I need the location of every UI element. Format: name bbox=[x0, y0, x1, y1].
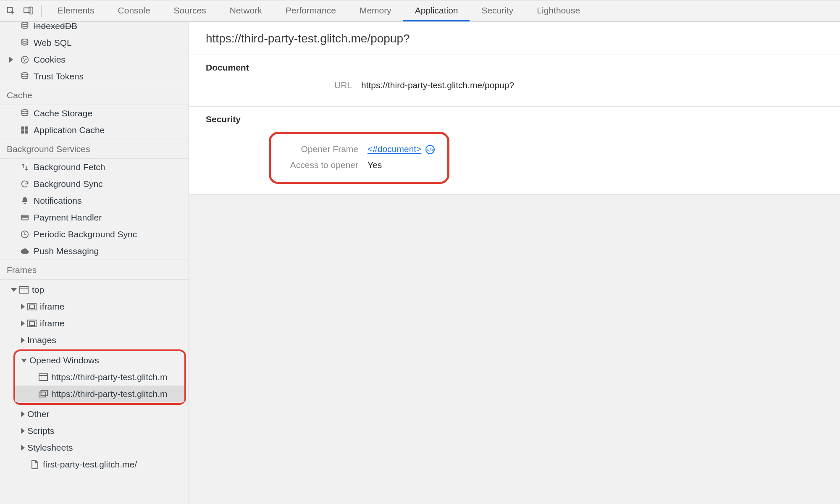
detail-title: https://third-party-test.glitch.me/popup… bbox=[189, 22, 840, 55]
sidebar-item-label: IndexedDB bbox=[34, 22, 77, 31]
tree-label: top bbox=[32, 285, 44, 295]
collapse-icon[interactable] bbox=[11, 288, 17, 292]
svg-rect-11 bbox=[21, 127, 24, 129]
frames-other[interactable]: Other bbox=[0, 406, 189, 423]
sidebar-item-trust-tokens[interactable]: Trust Tokens bbox=[0, 68, 189, 85]
sidebar-item-label: Cookies bbox=[34, 55, 66, 65]
svg-point-6 bbox=[23, 58, 24, 59]
frames-iframe-1[interactable]: iframe bbox=[0, 298, 189, 315]
frames-scripts[interactable]: Scripts bbox=[0, 423, 189, 439]
value-access-to-opener: Yes bbox=[368, 160, 382, 170]
svg-rect-14 bbox=[25, 131, 28, 133]
sidebar-item-cookies[interactable]: Cookies bbox=[0, 51, 189, 68]
sidebar-item-push-messaging[interactable]: Push Messaging bbox=[0, 243, 189, 260]
sidebar-item-websql[interactable]: Web SQL bbox=[0, 34, 189, 51]
tab-security[interactable]: Security bbox=[470, 0, 525, 21]
tab-performance[interactable]: Performance bbox=[274, 0, 348, 21]
svg-point-3 bbox=[22, 22, 28, 25]
expand-icon[interactable] bbox=[9, 57, 13, 63]
clock-icon bbox=[20, 230, 29, 239]
devtools-tabbar: Elements Console Sources Network Perform… bbox=[0, 0, 840, 22]
bell-icon bbox=[20, 196, 29, 205]
svg-rect-27 bbox=[41, 391, 48, 396]
label-opener-frame: Opener Frame bbox=[284, 144, 368, 154]
database-icon bbox=[20, 22, 29, 31]
svg-point-9 bbox=[22, 73, 28, 75]
tab-sources[interactable]: Sources bbox=[162, 0, 218, 21]
row-url: URL https://third-party-test.glitch.me/p… bbox=[206, 80, 823, 90]
sidebar-item-periodic-background-sync[interactable]: Periodic Background Sync bbox=[0, 226, 189, 243]
value-url: https://third-party-test.glitch.me/popup… bbox=[361, 80, 514, 90]
frames-stylesheets[interactable]: Stylesheets bbox=[0, 439, 189, 456]
svg-rect-23 bbox=[29, 322, 34, 326]
sidebar-item-label: Cache Storage bbox=[34, 108, 92, 118]
sidebar-item-label: Application Cache bbox=[34, 125, 105, 135]
expand-icon[interactable] bbox=[21, 337, 25, 343]
sidebar-item-application-cache[interactable]: Application Cache bbox=[0, 122, 189, 139]
devtools-tabs: Elements Console Sources Network Perform… bbox=[46, 0, 592, 21]
sidebar-group-cache: Cache bbox=[0, 85, 189, 105]
collapse-icon[interactable] bbox=[21, 359, 27, 362]
sidebar-item-background-fetch[interactable]: Background Fetch bbox=[0, 159, 189, 176]
tree-label: iframe bbox=[40, 318, 64, 328]
frames-opened-windows[interactable]: Opened Windows bbox=[15, 352, 184, 369]
tree-label: https://third-party-test.glitch.m bbox=[51, 389, 168, 399]
link-opener-frame[interactable]: <#document> bbox=[368, 144, 421, 154]
frames-iframe-2[interactable]: iframe bbox=[0, 315, 189, 332]
select-element-icon[interactable] bbox=[4, 4, 18, 18]
svg-point-7 bbox=[25, 59, 26, 60]
file-icon bbox=[30, 460, 39, 469]
expand-icon[interactable] bbox=[21, 445, 25, 451]
annotation-highlight-security: Opener Frame <#document> </> Access to o… bbox=[269, 132, 449, 184]
toggle-device-toolbar-icon[interactable] bbox=[22, 4, 35, 18]
sidebar-item-payment-handler[interactable]: Payment Handler bbox=[0, 209, 189, 226]
iframe-icon bbox=[27, 319, 37, 328]
tree-label: Stylesheets bbox=[27, 443, 73, 453]
sidebar-item-label: Notifications bbox=[34, 196, 81, 206]
expand-icon[interactable] bbox=[21, 428, 25, 434]
reveal-element-icon[interactable]: </> bbox=[425, 145, 435, 154]
row-access-to-opener: Access to opener Yes bbox=[284, 160, 435, 170]
tab-elements[interactable]: Elements bbox=[46, 0, 106, 21]
frames-opened-window-1[interactable]: https://third-party-test.glitch.m bbox=[15, 369, 184, 386]
svg-point-4 bbox=[22, 39, 28, 42]
frames-opened-window-2[interactable]: https://third-party-test.glitch.m bbox=[15, 386, 184, 402]
sidebar-item-label: Background Fetch bbox=[34, 162, 105, 172]
label-url: URL bbox=[206, 80, 361, 90]
sidebar-item-cache-storage[interactable]: Cache Storage bbox=[0, 105, 189, 122]
tab-network[interactable]: Network bbox=[218, 0, 274, 21]
frame-detail-panel: https://third-party-test.glitch.me/popup… bbox=[189, 22, 840, 504]
svg-rect-21 bbox=[29, 305, 34, 309]
tree-label: https://third-party-test.glitch.m bbox=[51, 372, 168, 382]
expand-icon[interactable] bbox=[21, 304, 25, 310]
svg-rect-12 bbox=[25, 127, 28, 129]
database-icon bbox=[20, 38, 29, 47]
sidebar-group-background-services: Background Services bbox=[0, 139, 189, 159]
sidebar-item-label: Push Messaging bbox=[34, 246, 99, 256]
svg-rect-18 bbox=[20, 286, 28, 293]
tab-console[interactable]: Console bbox=[106, 0, 162, 21]
sidebar-item-background-sync[interactable]: Background Sync bbox=[0, 176, 189, 192]
tab-lighthouse[interactable]: Lighthouse bbox=[525, 0, 592, 21]
window-icon bbox=[39, 373, 48, 381]
sidebar-item-notifications[interactable]: Notifications bbox=[0, 192, 189, 209]
svg-rect-13 bbox=[21, 131, 24, 133]
tree-label: Images bbox=[27, 335, 56, 345]
section-heading-document: Document bbox=[206, 63, 823, 73]
tabbar-divider bbox=[41, 5, 42, 17]
sidebar-item-indexeddb[interactable]: IndexedDB bbox=[0, 22, 189, 34]
sidebar-item-label: Background Sync bbox=[34, 179, 103, 189]
expand-icon[interactable] bbox=[21, 411, 25, 417]
frames-stylesheet-leaf[interactable]: first-party-test.glitch.me/ bbox=[0, 456, 189, 473]
section-heading-security: Security bbox=[206, 114, 823, 124]
tab-memory[interactable]: Memory bbox=[348, 0, 403, 21]
frames-top[interactable]: top bbox=[0, 281, 189, 298]
transfer-icon bbox=[20, 163, 29, 172]
frames-images[interactable]: Images bbox=[0, 332, 189, 349]
tree-label: Other bbox=[27, 409, 50, 419]
sync-icon bbox=[20, 179, 29, 189]
tree-label: first-party-test.glitch.me/ bbox=[43, 459, 137, 470]
row-opener-frame: Opener Frame <#document> </> bbox=[284, 144, 435, 154]
tab-application[interactable]: Application bbox=[403, 0, 470, 21]
expand-icon[interactable] bbox=[21, 320, 25, 326]
